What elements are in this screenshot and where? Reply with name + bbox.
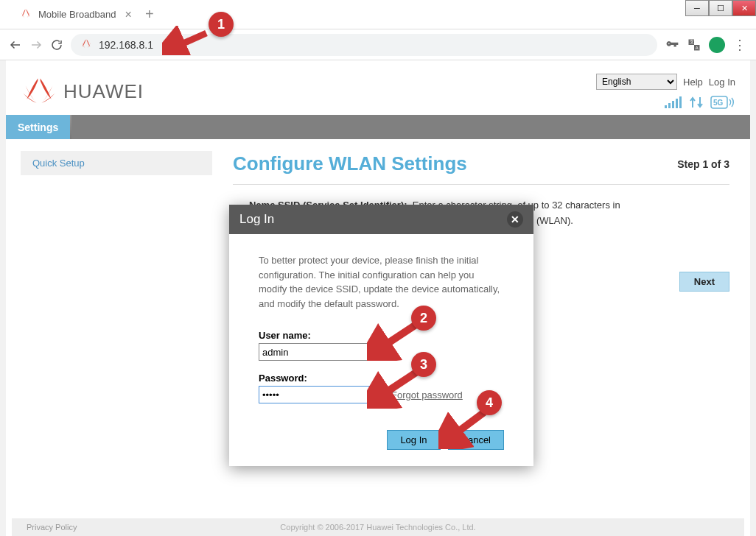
footer: Privacy Policy Copyright © 2006-2017 Hua… bbox=[12, 518, 744, 536]
status-icons: 5G bbox=[665, 96, 735, 109]
annotation-arrow-1 bbox=[162, 26, 214, 55]
browser-toolbar: 192.168.8.1 文A ⋮ bbox=[0, 29, 756, 60]
url-text: 192.168.8.1 bbox=[99, 39, 153, 51]
language-select[interactable]: English bbox=[596, 74, 677, 90]
translate-icon[interactable]: 文A bbox=[687, 38, 701, 52]
svg-rect-3 bbox=[668, 103, 671, 108]
forward-button[interactable] bbox=[29, 38, 43, 52]
modal-close-button[interactable]: ✕ bbox=[507, 211, 523, 228]
sidebar: Quick Setup bbox=[6, 139, 212, 255]
help-link[interactable]: Help bbox=[683, 77, 703, 88]
modal-title: Log In bbox=[239, 212, 274, 227]
next-button[interactable]: Next bbox=[679, 272, 729, 292]
key-icon[interactable] bbox=[665, 38, 679, 52]
close-window-button[interactable]: ✕ bbox=[732, 0, 756, 16]
annotation-2: 2 bbox=[411, 306, 436, 331]
address-bar[interactable]: 192.168.8.1 bbox=[71, 34, 657, 56]
huawei-favicon-icon bbox=[19, 8, 32, 21]
annotation-4: 4 bbox=[477, 390, 502, 415]
modal-header: Log In ✕ bbox=[229, 205, 533, 234]
page-viewport: HUAWEI English Help Log In 5G Settings bbox=[0, 60, 756, 536]
step-indicator: Step 1 of 3 bbox=[677, 158, 729, 170]
modal-message: To better protect your device, please fi… bbox=[259, 253, 504, 311]
svg-rect-5 bbox=[676, 99, 678, 108]
password-input[interactable] bbox=[259, 386, 384, 403]
arrow-right-icon bbox=[29, 38, 43, 52]
browser-tab[interactable]: Mobile Broadband × bbox=[9, 4, 142, 26]
annotation-3: 3 bbox=[411, 352, 436, 377]
page-title: Configure WLAN Settings bbox=[233, 152, 467, 175]
page-header: HUAWEI English Help Log In 5G bbox=[6, 60, 750, 115]
huawei-logo-icon bbox=[21, 75, 57, 107]
tab-settings[interactable]: Settings bbox=[6, 115, 70, 139]
privacy-link[interactable]: Privacy Policy bbox=[27, 523, 77, 532]
tab-close-icon[interactable]: × bbox=[125, 8, 132, 21]
arrow-left-icon bbox=[9, 38, 22, 52]
nav-divider bbox=[70, 115, 71, 139]
svg-rect-2 bbox=[665, 105, 667, 108]
svg-rect-6 bbox=[679, 96, 682, 108]
login-button[interactable]: Log In bbox=[387, 430, 440, 450]
signal-icon bbox=[665, 96, 682, 109]
profile-avatar[interactable] bbox=[709, 37, 725, 53]
svg-text:5G: 5G bbox=[713, 99, 724, 107]
back-button[interactable] bbox=[9, 38, 22, 52]
copyright-text: Copyright © 2006-2017 Huawei Technologie… bbox=[280, 523, 475, 532]
logo-area: HUAWEI bbox=[21, 75, 144, 107]
sidebar-item-quick-setup[interactable]: Quick Setup bbox=[21, 151, 212, 175]
svg-text:文: 文 bbox=[690, 39, 694, 44]
ssid-desc-2: (WLAN). bbox=[536, 215, 573, 226]
reload-icon bbox=[50, 38, 63, 52]
new-tab-button[interactable]: + bbox=[145, 6, 154, 23]
svg-rect-4 bbox=[672, 101, 674, 108]
menu-icon[interactable]: ⋮ bbox=[732, 38, 747, 52]
browser-tab-bar: Mobile Broadband × + bbox=[0, 0, 756, 29]
5g-badge-icon: 5G bbox=[710, 96, 735, 109]
brand-text: HUAWEI bbox=[63, 80, 144, 103]
updown-arrows-icon bbox=[688, 96, 704, 109]
reload-button[interactable] bbox=[50, 38, 63, 52]
nav-bar: Settings bbox=[6, 115, 750, 139]
maximize-button[interactable]: ☐ bbox=[709, 0, 732, 16]
site-favicon-icon bbox=[80, 38, 93, 52]
window-controls: ─ ☐ ✕ bbox=[685, 0, 756, 16]
minimize-button[interactable]: ─ bbox=[685, 0, 709, 16]
username-input[interactable] bbox=[259, 343, 384, 361]
tab-title: Mobile Broadband bbox=[38, 9, 116, 20]
annotation-1: 1 bbox=[209, 12, 234, 37]
login-link[interactable]: Log In bbox=[709, 77, 735, 88]
svg-text:A: A bbox=[696, 45, 699, 49]
